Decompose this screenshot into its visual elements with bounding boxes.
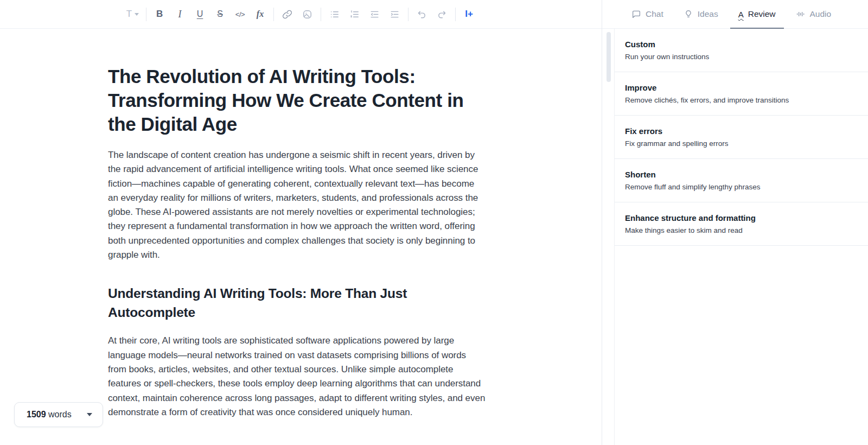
review-item-title: Custom	[625, 40, 855, 49]
image-button[interactable]	[297, 5, 317, 23]
bullet-list-button[interactable]	[324, 5, 344, 23]
chat-icon	[631, 9, 641, 19]
review-item-enhance-structure[interactable]: Enhance structure and formatting Make th…	[615, 202, 868, 246]
tab-audio[interactable]: Audio	[796, 0, 832, 28]
formatting-toolbar: T B I U S </> fx	[0, 0, 602, 29]
review-item-custom[interactable]: Custom Run your own instructions	[615, 29, 868, 72]
editor-pane: T B I U S </> fx	[0, 0, 602, 445]
image-icon	[302, 9, 312, 20]
toolbar-divider	[408, 8, 409, 21]
ai-write-button[interactable]: I+	[459, 5, 479, 23]
underline-button[interactable]: U	[190, 5, 210, 23]
italic-button[interactable]: I	[170, 5, 190, 23]
app-window: T B I U S </> fx	[0, 0, 868, 445]
formula-button[interactable]: fx	[250, 5, 270, 23]
toolbar-divider	[273, 8, 274, 21]
tab-review[interactable]: A Review	[738, 0, 776, 28]
text-style-icon: T	[126, 9, 132, 20]
redo-icon	[437, 9, 447, 20]
review-item-title: Enhance structure and formatting	[625, 213, 855, 223]
sidebar-scrollbar-thumb[interactable]	[607, 32, 611, 82]
document-title[interactable]: The Revolution of AI Writing Tools: Tran…	[108, 65, 488, 136]
lightbulb-icon	[684, 9, 693, 19]
bold-button[interactable]: B	[150, 5, 170, 23]
review-item-shorten[interactable]: Shorten Remove fluff and simplify length…	[615, 159, 868, 202]
redo-button[interactable]	[432, 5, 452, 23]
toolbar-divider	[321, 8, 321, 21]
chevron-down-icon	[135, 13, 139, 16]
text-style-dropdown[interactable]: T	[123, 5, 143, 23]
review-item-improve[interactable]: Improve Remove clichés, fix errors, and …	[615, 72, 868, 116]
outdent-icon	[369, 9, 380, 20]
italic-icon: I	[178, 9, 182, 20]
numbered-list-icon	[349, 9, 360, 20]
tab-label: Review	[748, 9, 776, 19]
ai-cursor-icon: I+	[465, 9, 473, 20]
review-item-title: Shorten	[625, 170, 855, 179]
review-item-subtitle: Remove clichés, fix errors, and improve …	[625, 96, 855, 104]
underline-icon: U	[197, 9, 203, 19]
undo-icon	[417, 9, 427, 20]
review-item-title: Fix errors	[625, 126, 855, 136]
tab-ideas[interactable]: Ideas	[684, 0, 718, 28]
indent-button[interactable]	[385, 5, 405, 23]
chevron-down-icon	[87, 413, 92, 416]
sidebar-tabs: Chat Ideas A Review Audio	[602, 0, 868, 29]
outdent-button[interactable]	[365, 5, 385, 23]
review-item-subtitle: Make things easier to skim and read	[625, 226, 855, 234]
code-button[interactable]: </>	[230, 5, 250, 23]
word-count-label: 1509 words	[27, 410, 72, 419]
word-count-value: 1509	[27, 410, 46, 419]
link-icon	[282, 9, 292, 20]
tab-label: Audio	[810, 9, 832, 19]
assistant-sidebar: Chat Ideas A Review Audio	[602, 0, 868, 445]
strikethrough-button[interactable]: S	[210, 5, 230, 23]
indent-icon	[390, 9, 400, 20]
document-paragraph[interactable]: At their core, AI writing tools are soph…	[108, 334, 486, 419]
link-button[interactable]	[277, 5, 297, 23]
undo-button[interactable]	[412, 5, 432, 23]
tab-label: Ideas	[698, 9, 718, 19]
strikethrough-icon: S	[217, 9, 223, 19]
document-heading-2[interactable]: Understanding AI Writing Tools: More Tha…	[108, 284, 488, 322]
toolbar-divider	[455, 8, 456, 21]
review-item-subtitle: Fix grammar and spelling errors	[625, 139, 855, 148]
code-icon: </>	[235, 10, 245, 18]
bold-icon: B	[156, 9, 163, 20]
document-paragraph[interactable]: The landscape of content creation has un…	[108, 148, 486, 262]
review-spellcheck-icon: A	[738, 10, 744, 19]
review-item-subtitle: Run your own instructions	[625, 53, 855, 61]
review-item-fix-errors[interactable]: Fix errors Fix grammar and spelling erro…	[615, 116, 868, 159]
toolbar-divider	[146, 8, 146, 21]
review-item-title: Improve	[625, 83, 855, 92]
review-item-subtitle: Remove fluff and simplify lengthy phrase…	[625, 183, 855, 191]
word-count-dropdown[interactable]: 1509 words	[14, 402, 103, 427]
document-canvas[interactable]: The Revolution of AI Writing Tools: Tran…	[0, 29, 494, 419]
tab-label: Chat	[646, 9, 663, 19]
formula-icon: fx	[257, 9, 264, 19]
tab-chat[interactable]: Chat	[631, 0, 663, 28]
bullet-list-icon	[329, 9, 340, 20]
numbered-list-button[interactable]	[344, 5, 365, 23]
audio-waveform-icon	[796, 9, 806, 19]
word-count-unit: words	[48, 410, 72, 419]
review-actions-list: Custom Run your own instructions Improve…	[614, 29, 868, 445]
